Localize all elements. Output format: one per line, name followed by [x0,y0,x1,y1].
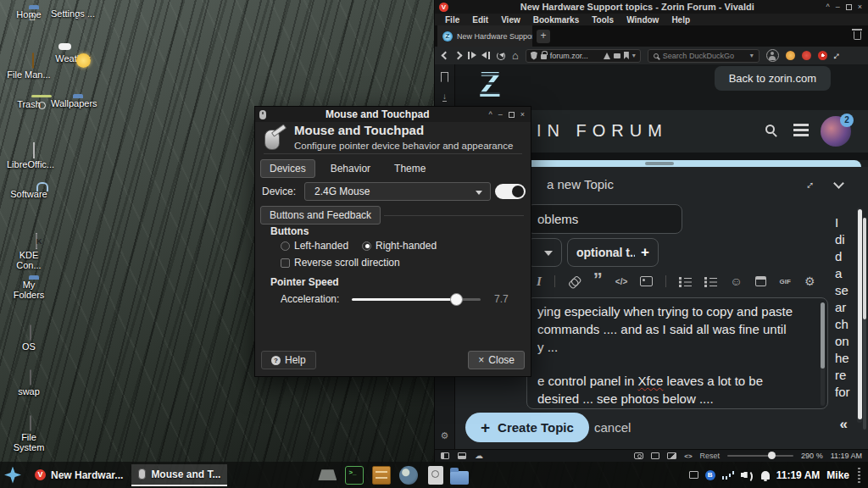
buttons-feedback-button[interactable]: Buttons and Feedback [260,206,381,225]
rewind-button[interactable] [468,52,476,59]
taskbar-window-vivaldi[interactable]: V New Hardwar... [28,464,130,486]
search-engine-dropdown-icon[interactable]: ▾ [750,52,754,59]
desktop-icon-libreoffice[interactable]: LibreOffic... [7,143,51,169]
fast-forward-button[interactable] [482,52,490,59]
minimize-button[interactable]: – [836,3,840,11]
category-dropdown[interactable] [526,238,562,267]
code-button[interactable]: </> [615,277,627,286]
desktop-icon-swap[interactable]: swap [7,370,51,396]
zoom-slider[interactable] [727,455,793,457]
desktop-icon-weather[interactable]: Weather [51,53,95,64]
desktop-icon-home[interactable]: Home [7,8,51,19]
composer-collapse-chevron-icon[interactable] [833,178,844,189]
device-select[interactable]: 2.4G Mouse [304,182,491,201]
downloads-panel-icon[interactable]: ↓ [442,93,447,102]
capture-icon[interactable] [802,51,811,60]
back-to-zorin-button[interactable]: Back to zorin.com [715,66,831,91]
toggle-panel-icon[interactable] [441,452,449,459]
tab-new-hardware-support[interactable]: Z New Hardware Support to... [437,25,532,47]
tab-devices[interactable]: Devices [260,159,315,178]
desktop-icon-os[interactable]: OS [7,325,51,352]
menu-edit[interactable]: Edit [472,15,488,25]
dialog-maximize-button[interactable] [509,112,515,118]
quote-button[interactable]: ” [593,276,603,286]
topic-title-input[interactable]: oblems [526,204,682,234]
preview-scrollbar[interactable] [857,208,862,423]
network-signal-icon[interactable] [722,470,734,480]
page-scrollbar[interactable] [863,218,866,430]
sync-cloud-icon[interactable]: ☁ [475,452,483,460]
dialog-titlebar[interactable]: Mouse and Touchpad ^ – × [255,107,531,122]
forum-hamburger-icon[interactable] [793,124,809,126]
optional-tags-button[interactable]: optional t... + [567,238,659,267]
home-button[interactable]: ⌂ [512,50,519,61]
menu-tools[interactable]: Tools [592,15,614,25]
desktop-icon-my-folders[interactable]: My Folders [7,279,51,300]
user-menu[interactable]: Mike [826,469,849,481]
right-handed-radio[interactable] [362,241,371,251]
composer-expand-icon[interactable]: ↕ [804,178,817,191]
acceleration-slider[interactable] [352,298,481,301]
dialog-minimize-button[interactable]: – [498,111,503,119]
desktop-icon-kde-connect[interactable]: KDE Con... [7,234,51,270]
dialog-shade-button[interactable]: ^ [488,111,492,119]
zorin-logo[interactable]: Z [479,66,501,103]
forward-button[interactable] [454,52,463,60]
display-tray-icon[interactable] [689,471,698,479]
reverse-scroll-checkbox[interactable] [281,258,290,268]
calendar-button[interactable] [755,276,766,286]
menu-file[interactable]: File [445,15,459,25]
zoom-reset-label[interactable]: Reset [700,452,721,460]
desktop-icon-trash[interactable]: Trash [7,98,51,109]
close-button[interactable]: × [858,3,862,11]
warning-icon[interactable] [604,53,610,59]
reverse-scroll-option[interactable]: Reverse scroll direction [281,257,400,269]
new-tab-button[interactable]: + [537,30,550,43]
address-dropdown-icon[interactable]: ▾ [632,52,636,59]
link-button[interactable] [567,274,581,289]
desktop-icon-file-system[interactable]: File System [7,416,51,452]
reload-button[interactable] [497,52,505,60]
left-handed-option[interactable]: Left-handed [281,240,348,252]
bookmarks-panel-icon[interactable] [441,72,448,82]
bluetooth-tray-icon[interactable]: B [705,470,715,480]
reader-icon[interactable] [614,53,620,58]
address-bar[interactable]: forum.zor... ▾ [526,49,641,63]
dialog-close-button[interactable]: × [520,111,525,119]
desktop-icon-wallpapers[interactable]: Wallpapers [51,97,95,108]
file-manager-launcher-icon[interactable] [372,466,391,485]
closed-tabs-trash-icon[interactable] [854,31,861,40]
cancel-link[interactable]: cancel [594,420,631,435]
help-button[interactable]: ? Help [261,351,316,369]
page-actions-code-icon[interactable]: <> [684,452,692,460]
close-dialog-button[interactable]: × Close [468,351,525,369]
topic-body-editor[interactable]: ying especially when trying to copy and … [526,297,828,409]
bookmark-icon[interactable] [624,52,629,59]
bullet-list-button[interactable] [679,276,692,286]
menu-window[interactable]: Window [626,15,659,25]
page-actions-image-icon[interactable] [667,452,676,459]
address-url[interactable]: forum.zor... [550,52,600,60]
menu-view[interactable]: View [501,15,520,25]
search-placeholder[interactable]: Search DuckDuckGo [663,52,746,60]
left-handed-radio[interactable] [281,241,290,251]
capture-page-icon[interactable] [634,452,643,459]
tab-theme[interactable]: Theme [386,160,434,177]
image-upload-button[interactable] [640,276,653,286]
numbered-list-button[interactable] [704,276,717,286]
gif-button[interactable]: GIF [779,277,792,286]
menu-help[interactable]: Help [671,15,690,25]
menu-bookmarks[interactable]: Bookmarks [533,15,579,25]
terminal-launcher-icon[interactable] [345,466,364,485]
editor-scrollbar[interactable] [821,302,825,406]
italic-button[interactable]: I [537,274,542,289]
create-topic-button[interactable]: + Create Topic [465,413,589,442]
forum-brand-text[interactable]: IN FORUM [537,121,668,141]
record-icon[interactable] [818,51,827,60]
search-field[interactable]: Search DuckDuckGo ▾ [648,49,760,63]
web-browser-launcher-icon[interactable] [399,466,418,485]
shade-button[interactable]: ^ [826,3,829,11]
clock[interactable]: 11:19 AM [776,469,821,481]
volume-icon[interactable] [741,469,754,480]
folder-launcher-icon[interactable] [450,471,469,485]
